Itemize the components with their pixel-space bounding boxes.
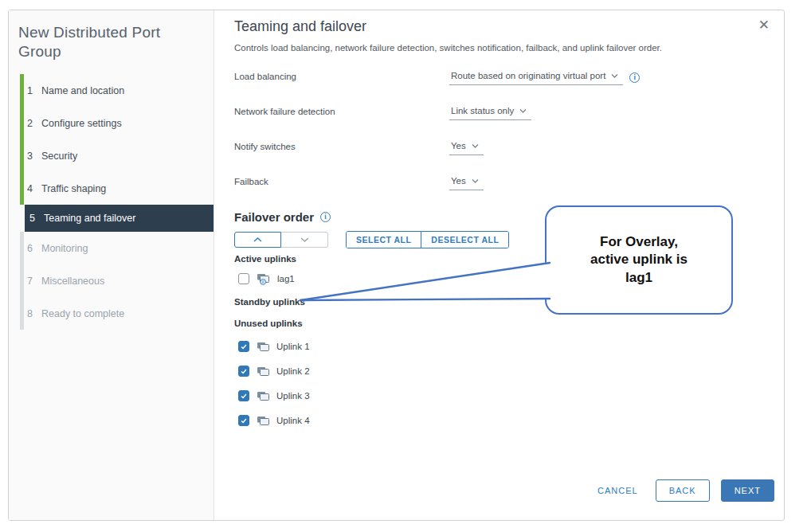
move-up-button[interactable] <box>234 232 281 248</box>
uplink-row-3: Uplink 3 <box>234 389 760 402</box>
back-button[interactable]: BACK <box>656 479 710 502</box>
step-progress-bar <box>20 297 24 330</box>
uplink2-checkbox[interactable] <box>238 366 249 377</box>
callout-text-line1: For Overlay, <box>600 233 678 251</box>
annotation-callout-bubble: For Overlay, active uplink is lag1 <box>545 205 733 315</box>
step-label: Ready to complete <box>41 308 124 319</box>
notify-switches-value: Yes <box>451 141 466 151</box>
check-icon <box>240 342 248 350</box>
step-number: 4 <box>27 183 39 194</box>
step-number: 8 <box>27 308 39 319</box>
load-balancing-value: Route based on originating virtual port <box>451 71 605 80</box>
step-name-and-location[interactable]: 1 Name and location <box>9 74 214 107</box>
failback-value: Yes <box>451 176 466 186</box>
select-all-button[interactable]: SELECT ALL <box>347 232 421 248</box>
selection-button-group: SELECT ALL DESELECT ALL <box>346 231 509 248</box>
step-number: 6 <box>27 243 39 254</box>
failback-select[interactable]: Yes <box>449 175 484 190</box>
step-label: Monitoring <box>41 243 88 254</box>
uplink-row-2: Uplink 2 <box>234 365 760 377</box>
info-icon[interactable]: i <box>320 212 331 222</box>
form-row-notify-switches: Notify switches Yes <box>234 140 760 157</box>
step-miscellaneous[interactable]: 7 Miscellaneous <box>9 264 214 297</box>
deselect-all-button[interactable]: DESELECT ALL <box>421 232 508 248</box>
step-label: Security <box>41 151 77 162</box>
uplink-name: Uplink 1 <box>276 342 310 351</box>
info-icon[interactable]: i <box>629 72 640 83</box>
step-progress-bar <box>20 139 24 172</box>
step-progress-bar <box>20 232 24 264</box>
network-failure-detection-select[interactable]: Link status only <box>449 105 531 120</box>
lag1-checkbox[interactable] <box>238 273 249 284</box>
uplink4-checkbox[interactable] <box>238 415 249 426</box>
uplink-name: Uplink 2 <box>276 366 310 376</box>
step-number: 3 <box>27 151 39 162</box>
unused-uplinks-label: Unused uplinks <box>234 319 760 328</box>
step-progress-bar <box>20 264 24 297</box>
failover-order-title: Failover order <box>234 210 314 224</box>
step-configure-settings[interactable]: 2 Configure settings <box>9 107 214 139</box>
chevron-down-icon <box>300 237 309 242</box>
network-failure-detection-value: Link status only <box>451 106 514 115</box>
page-subtitle: Controls load balancing, network failure… <box>234 43 760 53</box>
uplink-row-1: Uplink 1 <box>234 340 760 353</box>
screen: New Distributed Port Group 1 Name and lo… <box>0 0 811 532</box>
step-number: 2 <box>27 118 39 129</box>
uplink-port-icon <box>257 366 269 377</box>
step-monitoring[interactable]: 6 Monitoring <box>9 232 214 264</box>
form-row-load-balancing: Load balancing Route based on originatin… <box>234 70 760 87</box>
form-row-failback: Failback Yes <box>234 175 760 192</box>
uplink-name: Uplink 3 <box>276 391 310 401</box>
chevron-down-icon <box>611 73 618 78</box>
chevron-down-icon <box>519 108 527 113</box>
network-failure-detection-label: Network failure detection <box>234 105 449 116</box>
next-button[interactable]: NEXT <box>721 479 774 502</box>
uplink-name: Uplink 4 <box>276 416 310 425</box>
lag-port-icon <box>257 273 270 285</box>
wizard-steps: 1 Name and location 2 Configure settings… <box>9 74 214 330</box>
step-ready-to-complete[interactable]: 8 Ready to complete <box>9 297 214 330</box>
step-label: Name and location <box>41 85 124 96</box>
step-number: 1 <box>27 85 39 96</box>
check-icon <box>240 367 248 375</box>
load-balancing-select[interactable]: Route based on originating virtual port <box>449 70 623 85</box>
wizard-footer: CANCEL BACK NEXT <box>591 479 774 502</box>
callout-text-line2: active uplink is <box>590 251 688 268</box>
step-number: 7 <box>27 276 39 287</box>
step-label: Miscellaneous <box>41 276 104 287</box>
step-label: Teaming and failover <box>44 213 135 224</box>
callout-text-line3: lag1 <box>625 269 652 287</box>
uplink1-checkbox[interactable] <box>238 341 249 352</box>
step-label: Traffic shaping <box>41 183 106 194</box>
uplink3-checkbox[interactable] <box>238 390 249 401</box>
uplink-row-4: Uplink 4 <box>234 414 760 427</box>
check-icon <box>240 392 248 400</box>
chevron-down-icon <box>472 178 479 183</box>
failback-label: Failback <box>234 175 449 186</box>
wizard-sidebar: New Distributed Port Group 1 Name and lo… <box>9 10 214 520</box>
step-teaming-and-failover[interactable]: 5 Teaming and failover <box>25 205 214 232</box>
uplink-port-icon <box>257 391 269 401</box>
wizard-title: New Distributed Port Group <box>18 23 199 61</box>
uplink-port-icon <box>257 342 269 352</box>
step-number: 5 <box>29 213 41 224</box>
page-title: Teaming and failover <box>234 18 760 35</box>
step-traffic-shaping[interactable]: 4 Traffic shaping <box>9 172 214 205</box>
notify-switches-select[interactable]: Yes <box>449 140 484 155</box>
move-down-button[interactable] <box>281 232 328 248</box>
step-progress-bar <box>20 74 24 107</box>
teaming-form: Load balancing Route based on originatin… <box>234 70 760 192</box>
step-progress-bar <box>20 172 24 205</box>
load-balancing-label: Load balancing <box>234 70 449 81</box>
uplink-name: lag1 <box>277 274 295 284</box>
step-label: Configure settings <box>41 118 122 129</box>
chevron-up-icon <box>253 237 262 242</box>
close-icon[interactable]: ✕ <box>755 15 773 35</box>
check-icon <box>240 417 248 424</box>
step-progress-bar <box>20 107 24 139</box>
step-security[interactable]: 3 Security <box>9 139 214 172</box>
form-row-network-failure-detection: Network failure detection Link status on… <box>234 105 760 122</box>
cancel-button[interactable]: CANCEL <box>591 479 644 502</box>
notify-switches-label: Notify switches <box>234 140 449 151</box>
uplink-port-icon <box>257 416 269 426</box>
